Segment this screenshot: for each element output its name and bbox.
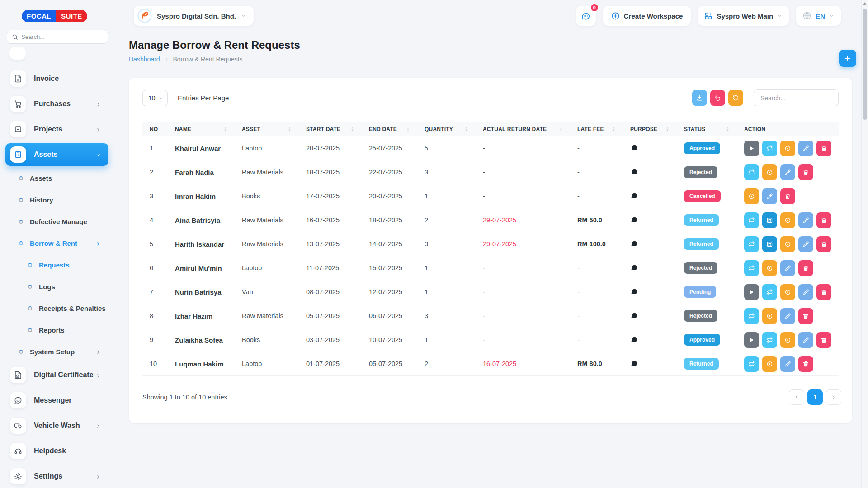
column-header-quantity[interactable]: QUANTITY xyxy=(417,126,476,132)
sidebar-item-assets[interactable]: Assets xyxy=(0,142,116,167)
swap-action-button[interactable] xyxy=(744,260,759,276)
column-header-name[interactable]: NAME xyxy=(168,126,235,132)
sidebar-item-history[interactable]: History xyxy=(0,189,116,211)
delete-action-button[interactable] xyxy=(798,356,813,372)
delete-action-button[interactable] xyxy=(816,236,831,252)
workspace-selector[interactable]: Syspro Digital Sdn. Bhd. xyxy=(134,6,254,26)
view-action-button[interactable] xyxy=(780,236,795,252)
view-action-button[interactable] xyxy=(762,308,777,324)
purpose-comment-icon[interactable] xyxy=(630,168,638,176)
sidebar-item-projects[interactable]: Projects xyxy=(0,117,116,142)
chat-button[interactable]: 0 xyxy=(576,6,596,26)
sidebar-search-input[interactable] xyxy=(21,33,94,40)
breadcrumb-dashboard-link[interactable]: Dashboard xyxy=(129,56,160,63)
refresh-button[interactable] xyxy=(728,90,743,106)
purpose-comment-icon[interactable] xyxy=(630,239,638,248)
forward-action-button[interactable] xyxy=(744,332,759,348)
swap-action-button[interactable] xyxy=(762,141,777,156)
edit-action-button[interactable] xyxy=(780,164,795,180)
delete-action-button[interactable] xyxy=(816,284,831,300)
delete-action-button[interactable] xyxy=(780,188,795,204)
column-header-actual-return-date[interactable]: ACTUAL RETURN DATE xyxy=(476,126,570,132)
swap-action-button[interactable] xyxy=(744,308,759,324)
sidebar-item-messenger[interactable]: Messenger xyxy=(0,388,116,413)
receipt-action-button[interactable] xyxy=(762,212,777,228)
edit-action-button[interactable] xyxy=(798,212,813,228)
view-action-button[interactable] xyxy=(744,188,759,204)
forward-action-button[interactable] xyxy=(744,141,759,156)
scrollbar-up-arrow-icon[interactable] xyxy=(863,2,867,5)
sidebar-item-invoice[interactable]: Invoice xyxy=(0,66,116,91)
sidebar-item-vehicle-wash[interactable]: Vehicle Wash xyxy=(0,413,116,438)
table-search-input[interactable] xyxy=(754,89,839,106)
swap-action-button[interactable] xyxy=(762,284,777,300)
purpose-comment-icon[interactable] xyxy=(630,287,638,296)
swap-action-button[interactable] xyxy=(762,332,777,348)
delete-action-button[interactable] xyxy=(798,164,813,180)
purpose-comment-icon[interactable] xyxy=(630,263,638,272)
sidebar-item-borrow-rent[interactable]: Borrow & Rent xyxy=(0,232,116,254)
view-action-button[interactable] xyxy=(762,260,777,276)
sidebar-item-helpdesk[interactable]: Helpdesk xyxy=(0,438,116,464)
scrollbar-thumb[interactable] xyxy=(863,9,867,120)
sidebar-item-defective-manage[interactable]: Defective Manage xyxy=(0,211,116,232)
sidebar-item-receipts-penalties[interactable]: Receipts & Penalties xyxy=(0,297,116,319)
swap-action-button[interactable] xyxy=(744,236,759,252)
delete-action-button[interactable] xyxy=(816,212,831,228)
add-request-button[interactable] xyxy=(839,50,856,67)
purpose-comment-icon[interactable] xyxy=(630,192,638,200)
delete-action-button[interactable] xyxy=(798,260,813,276)
pagination-next-button[interactable] xyxy=(826,389,841,405)
column-header-late-fee[interactable]: LATE FEE xyxy=(570,126,623,132)
receipt-action-button[interactable] xyxy=(762,236,777,252)
edit-action-button[interactable] xyxy=(798,141,813,156)
edit-action-button[interactable] xyxy=(762,188,777,204)
purpose-comment-icon[interactable] xyxy=(630,335,638,343)
sidebar-item-logs[interactable]: Logs xyxy=(0,276,116,297)
view-action-button[interactable] xyxy=(762,164,777,180)
sidebar-item-reports[interactable]: Reports xyxy=(0,319,116,341)
swap-action-button[interactable] xyxy=(744,164,759,180)
purpose-comment-icon[interactable] xyxy=(630,311,638,319)
purpose-comment-icon[interactable] xyxy=(630,216,638,224)
view-action-button[interactable] xyxy=(780,212,795,228)
column-header-start-date[interactable]: START DATE xyxy=(299,126,362,132)
pagination-page-1-button[interactable]: 1 xyxy=(807,389,823,405)
view-action-button[interactable] xyxy=(780,332,795,348)
column-header-purpose[interactable]: PURPOSE xyxy=(623,126,677,132)
column-header-status[interactable]: STATUS xyxy=(677,126,737,132)
reset-button[interactable] xyxy=(710,90,725,106)
sidebar-item-assets[interactable]: Assets xyxy=(0,167,116,189)
view-action-button[interactable] xyxy=(762,356,777,372)
purpose-comment-icon[interactable] xyxy=(630,144,638,152)
edit-action-button[interactable] xyxy=(798,284,813,300)
sidebar-item-settings[interactable]: Settings xyxy=(0,464,116,488)
entries-per-page-select[interactable]: 10 xyxy=(142,90,168,106)
sidebar-item-requests[interactable]: Requests xyxy=(0,254,116,276)
language-selector[interactable]: EN xyxy=(796,6,841,26)
view-action-button[interactable] xyxy=(780,284,795,300)
sidebar-item-system-setup[interactable]: System Setup xyxy=(0,341,116,362)
sidebar-item-purchases[interactable]: Purchases xyxy=(0,91,116,117)
create-workspace-button[interactable]: Create Workspace xyxy=(603,6,691,26)
swap-action-button[interactable] xyxy=(744,356,759,372)
edit-action-button[interactable] xyxy=(780,356,795,372)
edit-action-button[interactable] xyxy=(798,236,813,252)
sidebar-item-digital-certificate[interactable]: Digital Certificate xyxy=(0,362,116,388)
export-button[interactable] xyxy=(692,90,707,106)
delete-action-button[interactable] xyxy=(816,332,831,348)
sidebar-item-partial[interactable] xyxy=(9,47,26,60)
delete-action-button[interactable] xyxy=(798,308,813,324)
edit-action-button[interactable] xyxy=(780,308,795,324)
edit-action-button[interactable] xyxy=(798,332,813,348)
edit-action-button[interactable] xyxy=(780,260,795,276)
column-header-end-date[interactable]: END DATE xyxy=(362,126,417,132)
pagination-prev-button[interactable] xyxy=(789,389,804,405)
column-header-asset[interactable]: ASSET xyxy=(235,126,299,132)
view-action-button[interactable] xyxy=(780,141,795,156)
swap-action-button[interactable] xyxy=(744,212,759,228)
forward-action-button[interactable] xyxy=(744,284,759,300)
purpose-comment-icon[interactable] xyxy=(630,359,638,367)
app-menu-selector[interactable]: Syspro Web Main xyxy=(698,6,789,26)
delete-action-button[interactable] xyxy=(816,141,831,156)
